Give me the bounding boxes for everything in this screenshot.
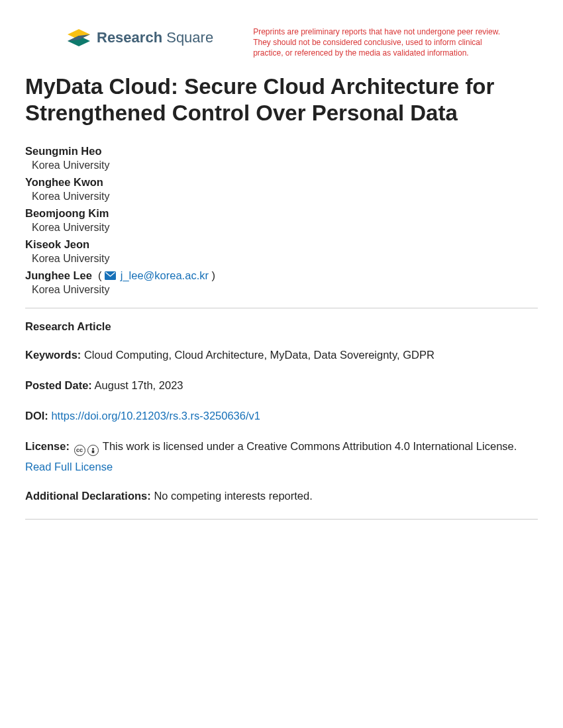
posted-date-value: August 17th, 2023 <box>95 379 183 391</box>
declarations-row: Additional Declarations: No competing in… <box>25 488 538 504</box>
author-affiliation: Korea University <box>32 284 538 296</box>
author-email-link[interactable]: j_lee@korea.ac.kr <box>121 269 209 281</box>
author-block: Junghee Lee ( j_lee@korea.ac.kr ) Korea … <box>25 269 538 296</box>
author-name: Junghee Lee ( j_lee@korea.ac.kr ) <box>25 269 538 282</box>
author-block: Yonghee Kwon Korea University <box>25 176 538 203</box>
declarations-label: Additional Declarations: <box>25 490 151 502</box>
author-block: Kiseok Jeon Korea University <box>25 238 538 265</box>
author-affiliation: Korea University <box>32 159 538 171</box>
header: Research Square Preprints are preliminar… <box>66 26 538 59</box>
author-affiliation: Korea University <box>32 222 538 234</box>
paper-title: MyData Cloud: Secure Cloud Architecture … <box>25 73 538 127</box>
license-label: License: <box>25 440 70 452</box>
authors-list: Seungmin Heo Korea University Yonghee Kw… <box>25 145 538 296</box>
keywords-value: Cloud Computing, Cloud Architecture, MyD… <box>84 349 435 361</box>
doi-link[interactable]: https://doi.org/10.21203/rs.3.rs-3250636… <box>51 410 260 422</box>
cc-icons: cc <box>74 445 99 456</box>
divider <box>25 519 538 520</box>
author-name: Yonghee Kwon <box>25 176 538 189</box>
divider <box>25 308 538 308</box>
posted-date-row: Posted Date: August 17th, 2023 <box>25 378 538 394</box>
author-name: Seungmin Heo <box>25 145 538 158</box>
article-type: Research Article <box>25 320 538 333</box>
posted-date-label: Posted Date: <box>25 379 92 391</box>
doi-label: DOI: <box>25 410 48 422</box>
author-affiliation: Korea University <box>32 253 538 265</box>
svg-point-1 <box>92 448 94 450</box>
brand-name: Research Square <box>97 29 213 46</box>
license-row: License: cc This work is licensed under … <box>25 439 538 475</box>
cc-by-icon <box>87 445 99 456</box>
brand-logo: Research Square <box>66 26 213 49</box>
declarations-value: No competing interests reported. <box>154 490 312 502</box>
mail-icon <box>105 270 116 279</box>
logo-mark-icon <box>66 26 91 49</box>
author-name: Beomjoong Kim <box>25 207 538 220</box>
doi-row: DOI: https://doi.org/10.21203/rs.3.rs-32… <box>25 408 538 424</box>
author-block: Seungmin Heo Korea University <box>25 145 538 171</box>
preprint-disclaimer: Preprints are preliminary reports that h… <box>253 26 505 59</box>
read-full-license-link[interactable]: Read Full License <box>25 459 538 475</box>
cc-icon: cc <box>74 445 85 456</box>
license-text: This work is licensed under a Creative C… <box>103 440 517 452</box>
keywords-label: Keywords: <box>25 349 81 361</box>
keywords-row: Keywords: Cloud Computing, Cloud Archite… <box>25 347 538 363</box>
author-name: Kiseok Jeon <box>25 238 538 251</box>
author-affiliation: Korea University <box>32 191 538 203</box>
author-block: Beomjoong Kim Korea University <box>25 207 538 234</box>
